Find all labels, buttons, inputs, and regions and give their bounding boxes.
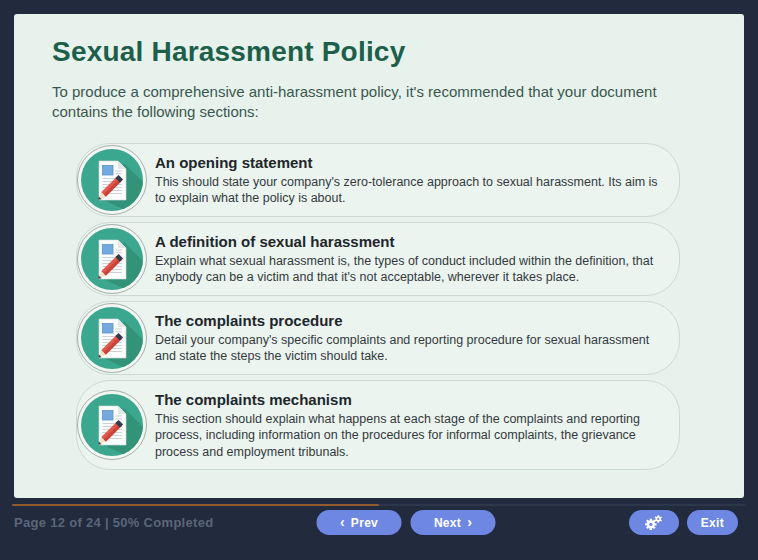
section-heading: A definition of sexual harassment [155,233,661,250]
section-body: Explain what sexual harassment is, the t… [155,253,661,286]
section-list: An opening statement This should state y… [76,143,680,471]
document-pencil-icon [76,389,148,461]
footer-row: Page 12 of 24 | 50% Completed ‹ Prev Nex… [0,498,758,560]
section-card-complaints-procedure: The complaints procedure Detail your com… [76,301,680,375]
prev-button-label: Prev [351,516,378,530]
document-pencil-icon [76,144,148,216]
exit-button[interactable]: Exit [687,510,738,535]
utility-buttons: Exit [629,510,738,535]
section-heading: The complaints mechanism [155,391,661,408]
chevron-right-icon: › [467,515,472,529]
gears-icon [643,514,665,532]
next-button[interactable]: Next › [411,510,496,535]
section-heading: The complaints procedure [155,312,661,329]
section-body: This section should explain what happens… [155,411,661,461]
nav-buttons: ‹ Prev Next › [317,510,496,535]
intro-text: To produce a comprehensive anti-harassme… [52,82,706,123]
document-pencil-icon [76,302,148,374]
document-pencil-icon [76,223,148,295]
player-footer: Page 12 of 24 | 50% Completed ‹ Prev Nex… [0,498,758,560]
course-player: Sexual Harassment Policy To produce a co… [0,0,758,560]
section-body: Detail your company's specific complaint… [155,332,661,365]
chevron-left-icon: ‹ [340,515,345,529]
slide-panel: Sexual Harassment Policy To produce a co… [14,14,744,498]
settings-button[interactable] [629,510,679,535]
page-status: Page 12 of 24 | 50% Completed [14,515,213,530]
section-card-complaints-mechanism: The complaints mechanism This section sh… [76,380,680,471]
section-card-definition: A definition of sexual harassment Explai… [76,222,680,296]
page-title: Sexual Harassment Policy [52,36,706,68]
section-heading: An opening statement [155,154,661,171]
prev-button[interactable]: ‹ Prev [317,510,402,535]
section-body: This should state your company's zero-to… [155,174,661,207]
next-button-label: Next [434,516,461,530]
section-card-opening-statement: An opening statement This should state y… [76,143,680,217]
